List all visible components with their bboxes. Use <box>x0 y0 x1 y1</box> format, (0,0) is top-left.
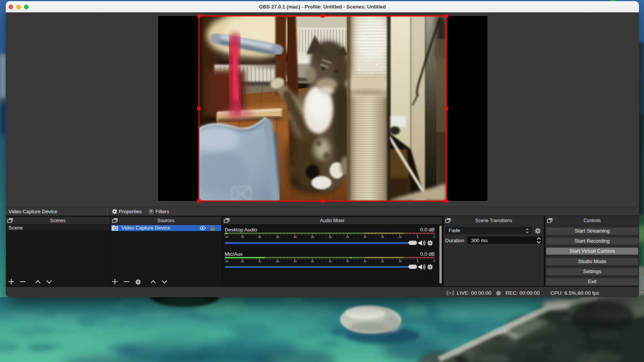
svg-text:-60: -60 <box>225 236 229 238</box>
svg-text:-30: -30 <box>328 236 332 238</box>
svg-text:-35: -35 <box>310 260 314 263</box>
svg-text:-20: -20 <box>363 236 367 238</box>
svg-text:-40: -40 <box>293 236 297 238</box>
svg-text:-10: -10 <box>398 260 402 263</box>
svg-text:-15: -15 <box>380 260 384 263</box>
svg-text:-60: -60 <box>225 260 229 263</box>
svg-text:-25: -25 <box>345 260 349 263</box>
svg-text:-5: -5 <box>416 260 419 263</box>
svg-text:-25: -25 <box>345 236 349 238</box>
svg-text:-50: -50 <box>258 260 261 263</box>
svg-text:0: 0 <box>433 260 435 263</box>
svg-text:-20: -20 <box>363 260 367 263</box>
svg-text:-50: -50 <box>258 236 261 238</box>
svg-text:-45: -45 <box>275 236 279 238</box>
svg-text:-45: -45 <box>275 260 279 263</box>
svg-text:-40: -40 <box>293 260 297 263</box>
svg-text:-10: -10 <box>398 236 402 238</box>
svg-text:-15: -15 <box>380 236 384 238</box>
svg-text:-30: -30 <box>328 260 332 263</box>
svg-text:-55: -55 <box>240 260 244 263</box>
svg-text:-5: -5 <box>416 236 419 238</box>
svg-text:-35: -35 <box>310 236 314 238</box>
svg-text:-55: -55 <box>240 236 244 238</box>
svg-text:0: 0 <box>433 236 435 238</box>
